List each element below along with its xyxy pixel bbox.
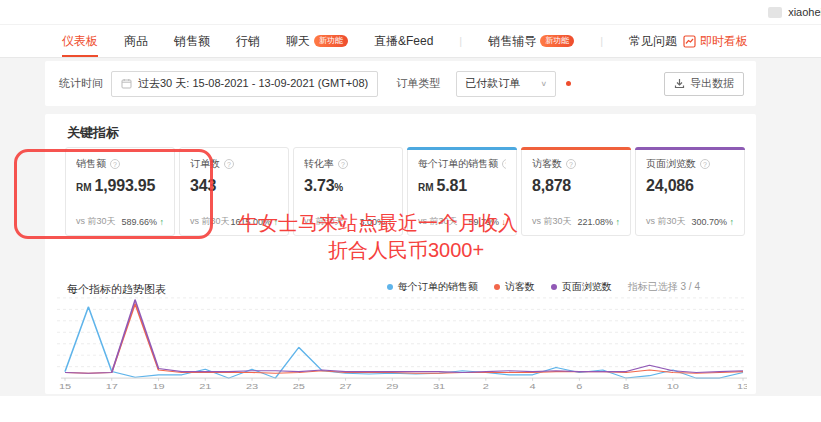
metric-value: 343 bbox=[190, 177, 216, 194]
trend-chart-title: 每个指标的趋势图表 bbox=[67, 282, 166, 297]
vs-label: vs 前30天 bbox=[646, 215, 686, 228]
filter-panel: 统计时间 过去30 天: 15-08-2021 - 13-09-2021 (GM… bbox=[45, 61, 756, 106]
info-icon[interactable]: ? bbox=[700, 159, 710, 169]
up-arrow-icon: ↑ bbox=[271, 217, 278, 227]
card-accent-bar bbox=[407, 147, 517, 150]
metric-cards-row: 销售额?RM1,993.95vs 前30天589.66% ↑订单数?343vs … bbox=[65, 147, 749, 236]
change-value: 59.79% ↓ bbox=[468, 217, 506, 227]
nav-tab-label: 行销 bbox=[236, 33, 260, 50]
metric-card-订单数[interactable]: 订单数?343vs 前30天1615.00% ↑ bbox=[179, 147, 289, 236]
new-feature-badge: 新功能 bbox=[540, 35, 574, 47]
metric-compare-row: vs 前30天221.08% ↑ bbox=[532, 215, 620, 228]
x-tick-label: 6 bbox=[576, 382, 582, 390]
metric-name-row: 页面浏览数? bbox=[646, 157, 734, 171]
nav-tab-label: 销售额 bbox=[174, 33, 210, 50]
nav-tab-直播&Feed[interactable]: 直播&Feed bbox=[374, 25, 433, 57]
nav-tab-常见问题[interactable]: 常见问题 bbox=[629, 25, 677, 57]
nav-separator: | bbox=[459, 35, 462, 47]
chart-board-icon bbox=[683, 35, 696, 48]
metric-name: 订单数 bbox=[190, 157, 220, 171]
metric-value-row: RM1,993.95 bbox=[76, 177, 164, 195]
legend-label: 每个订单的销售额 bbox=[398, 280, 478, 294]
info-icon[interactable]: ? bbox=[566, 159, 576, 169]
series-line-访客数 bbox=[65, 304, 743, 373]
order-type-select[interactable]: 已付款订单 ∨ bbox=[456, 71, 556, 97]
card-accent-bar bbox=[635, 147, 745, 150]
metric-name: 每个订单的销售额 bbox=[418, 157, 498, 171]
date-range-picker[interactable]: 过去30 天: 15-08-2021 - 13-09-2021 (GMT+08) bbox=[111, 71, 378, 97]
card-accent-bar bbox=[521, 147, 631, 150]
legend-item-每个订单的销售额[interactable]: 每个订单的销售额 bbox=[387, 280, 478, 294]
export-data-button[interactable]: 导出数据 bbox=[664, 72, 744, 96]
metric-compare-row: vs 前30天300.70% ↑ bbox=[646, 215, 734, 228]
metric-name: 销售额 bbox=[76, 157, 106, 171]
metric-card-销售额[interactable]: 销售额?RM1,993.95vs 前30天589.66% ↑ bbox=[65, 147, 175, 236]
nav-tab-聊天[interactable]: 聊天新功能 bbox=[286, 25, 348, 57]
legend-label: 访客数 bbox=[505, 280, 535, 294]
metric-compare-row: vs 前30天589.66% ↑ bbox=[76, 215, 164, 228]
trend-chart-svg: 15171921232527293124681013 bbox=[57, 296, 747, 392]
vs-label: vs 前30天 bbox=[418, 215, 458, 228]
calendar-icon bbox=[121, 78, 132, 89]
info-icon[interactable]: ? bbox=[338, 159, 348, 169]
metric-value: 5.81 bbox=[437, 177, 467, 194]
nav-tab-仪表板[interactable]: 仪表板 bbox=[62, 25, 98, 57]
up-arrow-icon: ↑ bbox=[157, 217, 164, 227]
metric-name: 访客数 bbox=[532, 157, 562, 171]
key-metrics-title: 关键指标 bbox=[67, 124, 119, 142]
metric-value: 3.73 bbox=[304, 177, 334, 194]
metric-value: 8,878 bbox=[532, 177, 571, 194]
nav-tab-商品[interactable]: 商品 bbox=[124, 25, 148, 57]
metric-name: 页面浏览数 bbox=[646, 157, 696, 171]
chart-legend: 每个订单的销售额访客数页面浏览数指标已选择 3 / 4 bbox=[371, 280, 700, 294]
metric-card-转化率[interactable]: 转化率?3.73%vs 前30天3.00% ↑ bbox=[293, 147, 403, 236]
up-arrow-icon: ↑ bbox=[385, 217, 392, 227]
legend-dot-icon bbox=[551, 284, 557, 290]
nav-tab-label: 仪表板 bbox=[62, 33, 98, 50]
live-board-button[interactable]: 即时看板 bbox=[683, 25, 748, 57]
main-nav-bar: 仪表板商品销售额行销聊天新功能直播&Feed|销售辅导新功能|常见问题 即时看板 bbox=[0, 25, 821, 58]
metric-name-row: 访客数? bbox=[532, 157, 620, 171]
x-tick-label: 2 bbox=[483, 382, 489, 390]
currency-prefix: RM bbox=[418, 182, 434, 193]
metric-name-row: 转化率? bbox=[304, 157, 392, 171]
x-tick-label: 17 bbox=[106, 382, 118, 390]
info-icon[interactable]: ? bbox=[502, 159, 506, 169]
metrics-selected-note: 指标已选择 3 / 4 bbox=[628, 280, 700, 294]
x-tick-label: 10 bbox=[667, 382, 679, 390]
metric-name: 转化率 bbox=[304, 157, 334, 171]
metric-value-row: 8,878 bbox=[532, 177, 620, 195]
x-tick-label: 25 bbox=[293, 382, 305, 390]
metric-card-访客数[interactable]: 访客数?8,878vs 前30天221.08% ↑ bbox=[521, 147, 631, 236]
info-icon[interactable]: ? bbox=[110, 159, 120, 169]
nav-tab-行销[interactable]: 行销 bbox=[236, 25, 260, 57]
nav-tab-label: 直播&Feed bbox=[374, 33, 433, 50]
username[interactable]: xiaohei bbox=[788, 6, 821, 18]
metric-compare-row: vs 前30天1615.00% ↑ bbox=[190, 215, 278, 228]
series-line-页面浏览数 bbox=[65, 300, 743, 373]
info-icon[interactable]: ? bbox=[224, 159, 234, 169]
metric-compare-row: vs 前30天3.00% ↑ bbox=[304, 215, 392, 228]
x-tick-label: 4 bbox=[530, 382, 536, 390]
nav-tab-销售额[interactable]: 销售额 bbox=[174, 25, 210, 57]
legend-item-访客数[interactable]: 访客数 bbox=[494, 280, 535, 294]
x-tick-label: 31 bbox=[433, 382, 445, 390]
user-avatar-icon bbox=[768, 7, 782, 18]
x-tick-label: 8 bbox=[623, 382, 629, 390]
seller-dashboard-page: xiaohei 仪表板商品销售额行销聊天新功能直播&Feed|销售辅导新功能|常… bbox=[0, 0, 821, 422]
metric-card-页面浏览数[interactable]: 页面浏览数?24,086vs 前30天300.70% ↑ bbox=[635, 147, 745, 236]
metric-value-row: 3.73% bbox=[304, 177, 392, 195]
metric-value: 24,086 bbox=[646, 177, 694, 194]
export-data-label: 导出数据 bbox=[690, 76, 734, 91]
trend-chart: 15171921232527293124681013 bbox=[57, 296, 747, 392]
nav-tab-销售辅导[interactable]: 销售辅导新功能 bbox=[488, 25, 574, 57]
x-tick-label: 27 bbox=[339, 382, 351, 390]
vs-label: vs 前30天 bbox=[76, 215, 116, 228]
metric-card-每个订单的销售额[interactable]: 每个订单的销售额?RM5.81vs 前30天59.79% ↓ bbox=[407, 147, 517, 236]
change-value: 221.08% ↑ bbox=[577, 217, 620, 227]
x-tick-label: 29 bbox=[386, 382, 398, 390]
legend-item-页面浏览数[interactable]: 页面浏览数 bbox=[551, 280, 612, 294]
chevron-down-icon: ∨ bbox=[541, 80, 548, 88]
nav-separator: | bbox=[600, 35, 603, 47]
change-value: 3.00% ↑ bbox=[359, 217, 392, 227]
